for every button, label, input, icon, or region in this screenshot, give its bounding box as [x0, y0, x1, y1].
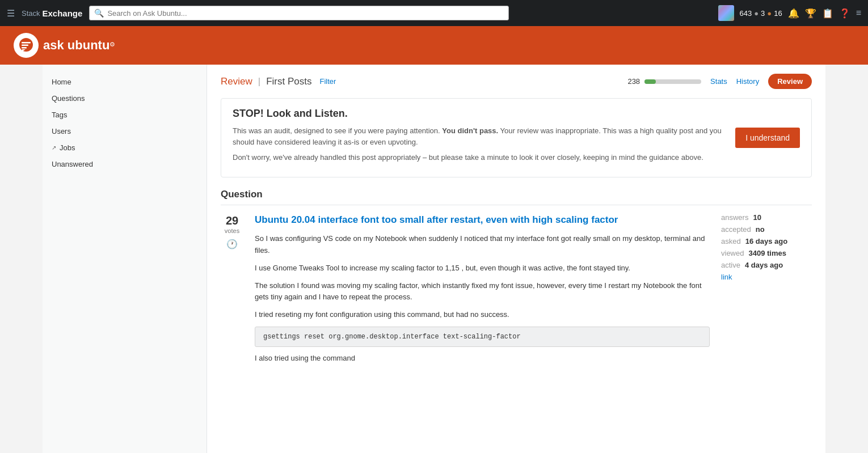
answers-label: answers — [721, 213, 748, 222]
progress-bar-fill — [644, 79, 656, 84]
question-link[interactable]: link — [721, 273, 732, 281]
audit-para1-bold: You didn't pass. — [442, 126, 498, 135]
vote-history-icon[interactable]: 🕐 — [226, 239, 238, 249]
question-title[interactable]: Ubuntu 20.04 interface font too small af… — [255, 213, 710, 227]
sidebar-item-questions[interactable]: Questions — [43, 90, 207, 107]
main-layout: Home Questions Tags Users ↗ Jobs Unanswe… — [43, 65, 825, 453]
site-header: ask ubuntu⚙ — [0, 26, 868, 65]
body-p5: I also tried using the command — [255, 353, 710, 365]
review-button[interactable]: Review — [768, 74, 812, 89]
site-name-text: ask ubuntu — [43, 38, 109, 52]
logo-speech-icon — [18, 37, 35, 54]
sidebar-item-label: Jobs — [60, 143, 75, 152]
sidebar-item-jobs[interactable]: ↗ Jobs — [43, 139, 207, 156]
viewed-label: viewed — [721, 249, 744, 257]
review-separator: | — [258, 76, 260, 87]
meta-icon[interactable]: ≡ — [856, 8, 861, 18]
question-body: So I was configuring VS code on my Noteb… — [255, 233, 710, 365]
silver-dot: ● — [754, 9, 759, 18]
sidebar-item-label: Tags — [52, 111, 67, 119]
sidebar-item-label: Questions — [52, 94, 85, 103]
help-icon[interactable]: ❓ — [839, 8, 850, 19]
inbox-icon[interactable]: 🔔 — [788, 8, 799, 19]
progress-number: 238 — [627, 77, 640, 86]
exchange-text: Exchange — [43, 9, 83, 18]
avatar[interactable] — [718, 5, 734, 21]
filter-link[interactable]: Filter — [319, 77, 336, 86]
progress-area: 238 — [627, 77, 701, 86]
body-p4: I tried reseting my font configuration u… — [255, 309, 710, 321]
gear-symbol: ⚙ — [109, 41, 115, 48]
stat-row-link: link — [721, 273, 812, 281]
question-main: Ubuntu 20.04 interface font too small af… — [255, 213, 710, 370]
sidebar-item-home[interactable]: Home — [43, 74, 207, 90]
i-understand-button[interactable]: I understand — [735, 128, 800, 148]
site-logo-text[interactable]: StackExchange — [22, 9, 82, 18]
audit-notice-text: STOP! Look and Listen. This was an audit… — [233, 108, 722, 168]
accepted-label: accepted — [721, 225, 751, 234]
stack-text: Stack — [22, 9, 40, 18]
bronze-count: 16 — [774, 9, 782, 18]
audit-paragraph-2: Don't worry, we've already handled this … — [233, 152, 722, 163]
svg-rect-2 — [22, 45, 28, 46]
search-icon: 🔍 — [94, 9, 104, 18]
bronze-dot: ● — [767, 9, 772, 18]
question-section: Question 29 votes 🕐 Ubuntu 20.04 interfa… — [221, 189, 812, 370]
sidebar: Home Questions Tags Users ↗ Jobs Unanswe… — [43, 65, 207, 453]
search-bar[interactable]: 🔍 — [89, 6, 509, 20]
stat-row-asked: asked 16 days ago — [721, 237, 812, 245]
stats-link[interactable]: Stats — [710, 77, 727, 86]
review-link[interactable]: Review — [221, 76, 252, 87]
sidebar-item-label: Unanswered — [52, 160, 93, 168]
sidebar-item-label: Home — [52, 78, 71, 86]
site-name: ask ubuntu⚙ — [43, 38, 115, 53]
question-area: 29 votes 🕐 Ubuntu 20.04 interface font t… — [221, 213, 812, 370]
audit-notice: STOP! Look and Listen. This was an audit… — [221, 98, 812, 177]
stat-row-viewed: viewed 3409 times — [721, 249, 812, 257]
sidebar-item-users[interactable]: Users — [43, 123, 207, 139]
votes-label: votes — [225, 227, 239, 234]
review-icon[interactable]: 📋 — [822, 8, 833, 19]
stat-row-answers: answers 10 — [721, 213, 812, 222]
sidebar-item-unanswered[interactable]: Unanswered — [43, 156, 207, 172]
asked-value: 16 days ago — [745, 237, 787, 245]
review-section-title: First Posts — [266, 76, 311, 87]
audit-paragraph-1: This was an audit, designed to see if yo… — [233, 125, 722, 147]
review-top-right: 238 Stats History Review — [627, 74, 812, 89]
svg-rect-1 — [22, 42, 31, 44]
logo-circle — [14, 33, 39, 58]
body-p1: So I was configuring VS code on my Noteb… — [255, 233, 710, 257]
viewed-value: 3409 times — [748, 249, 786, 257]
nav-right: 643 ● 3 ● 16 🔔 🏆 📋 ❓ ≡ — [718, 5, 861, 21]
question-stats: answers 10 accepted no asked 16 days ago… — [721, 213, 812, 370]
stat-row-accepted: accepted no — [721, 225, 812, 234]
achievements-icon[interactable]: 🏆 — [805, 8, 816, 19]
review-header: Review | First Posts Filter 238 Stats Hi… — [221, 74, 812, 89]
main-content: Review | First Posts Filter 238 Stats Hi… — [207, 65, 825, 453]
history-link[interactable]: History — [736, 77, 759, 86]
asked-label: asked — [721, 237, 741, 245]
search-input[interactable] — [107, 9, 504, 18]
votes-number: 29 — [226, 214, 238, 227]
audit-para1-before: This was an audit, designed to see if yo… — [233, 126, 442, 135]
section-title: Question — [221, 189, 812, 205]
answers-value: 10 — [753, 213, 761, 222]
hamburger-icon[interactable]: ☰ — [7, 8, 15, 19]
active-value: 4 days ago — [745, 261, 783, 269]
audit-title: STOP! Look and Listen. — [233, 108, 722, 120]
body-p3: The solution I found was moving my scali… — [255, 280, 710, 304]
top-navigation: ☰ StackExchange 🔍 643 ● 3 ● 16 🔔 🏆 📋 ❓ ≡ — [0, 0, 868, 26]
site-logo[interactable]: ask ubuntu⚙ — [14, 33, 115, 58]
sidebar-item-tags[interactable]: Tags — [43, 107, 207, 123]
question-votes-column: 29 votes 🕐 — [221, 213, 243, 370]
silver-count: 3 — [761, 9, 765, 18]
accepted-value: no — [756, 225, 765, 234]
body-p2: I use Gnome Tweaks Tool to increase my s… — [255, 263, 710, 274]
rep-number: 643 — [740, 9, 752, 18]
external-link-icon: ↗ — [52, 145, 56, 151]
progress-bar-background — [644, 79, 701, 84]
stat-row-active: active 4 days ago — [721, 261, 812, 269]
code-block: gsettings reset org.gnome.desktop.interf… — [255, 327, 710, 347]
svg-rect-3 — [22, 47, 27, 49]
active-label: active — [721, 261, 740, 269]
